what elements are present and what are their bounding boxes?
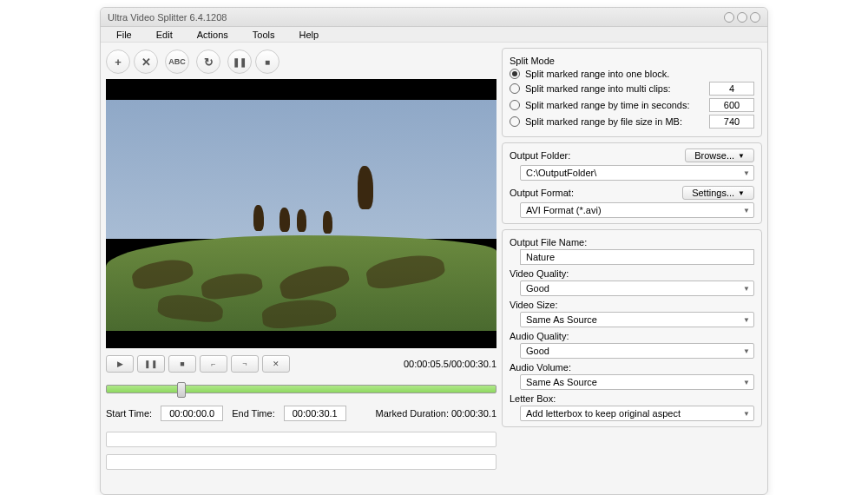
split-one-block-radio[interactable] (510, 69, 520, 79)
output-folder-label: Output Folder: (510, 150, 570, 161)
progress-bar-2 (106, 454, 496, 470)
video-size-combo[interactable]: Same As Source▼ (520, 312, 754, 327)
audio-quality-label: Audio Quality: (510, 331, 754, 341)
chevron-down-icon: ▼ (743, 316, 750, 324)
end-time-input[interactable] (284, 406, 346, 421)
clear-marks-button[interactable]: ✕ (262, 355, 290, 373)
close-button[interactable] (750, 12, 760, 23)
video-quality-combo[interactable]: Good▼ (520, 280, 754, 296)
output-panel: Output Folder: Browse...▼ C:\OutputFolde… (502, 142, 762, 224)
letterbox-label: Letter Box: (510, 393, 754, 404)
refresh-button[interactable]: ↻ (196, 50, 220, 74)
chevron-down-icon: ▼ (738, 189, 745, 197)
settings-panel: Output File Name: Video Quality: Good▼ V… (502, 229, 762, 427)
menu-tools[interactable]: Tools (240, 28, 287, 42)
window-title: Ultra Video Splitter 6.4.1208 (108, 12, 227, 23)
audio-volume-label: Audio Volume: (510, 362, 754, 373)
output-folder-combo[interactable]: C:\OutputFolder\ ▼ (520, 165, 754, 181)
chevron-down-icon: ▼ (743, 285, 750, 293)
play-button[interactable]: ▶ (106, 355, 134, 373)
menu-actions[interactable]: Actions (185, 28, 240, 42)
chevron-down-icon: ▼ (743, 379, 750, 386)
time-row: Start Time: End Time: Marked Duration: 0… (106, 402, 496, 425)
menu-edit[interactable]: Edit (144, 28, 185, 42)
split-multi-clips-label: Split marked range into multi clips: (525, 83, 704, 94)
menu-file[interactable]: File (104, 28, 144, 42)
menu-help[interactable]: Help (286, 28, 331, 42)
browse-button[interactable]: Browse...▼ (685, 148, 754, 162)
mark-out-button[interactable]: ¬ (231, 355, 259, 373)
left-pane: + ✕ ABC ↻ ❚❚ ■ (106, 48, 496, 489)
time-display: 00:00:05.5/00:00:30.1 (404, 359, 496, 369)
audio-quality-combo[interactable]: Good▼ (520, 343, 754, 359)
output-format-combo[interactable]: AVI Format (*.avi) ▼ (520, 202, 754, 218)
split-by-time-radio[interactable] (510, 100, 520, 110)
split-mode-panel: Split Mode Split marked range into one b… (502, 48, 762, 137)
playback-bar: ▶ ❚❚ ■ ⌐ ¬ ✕ 00:00:05.5/00:00:30.1 (106, 352, 496, 376)
progress-bar (106, 432, 496, 447)
split-by-time-label: Split marked range by time in seconds: (525, 100, 704, 110)
split-one-block-label: Split marked range into one block. (525, 69, 754, 79)
stop-job-button[interactable]: ■ (255, 50, 279, 74)
right-pane: Split Mode Split marked range into one b… (502, 48, 762, 489)
titlebar: Ultra Video Splitter 6.4.1208 (101, 8, 767, 27)
start-time-input[interactable] (161, 406, 223, 421)
split-by-size-input[interactable] (709, 115, 754, 129)
file-name-label: Output File Name: (510, 237, 754, 248)
pause-button[interactable]: ❚❚ (137, 355, 165, 373)
chevron-down-icon: ▼ (743, 169, 750, 177)
split-multi-clips-radio[interactable] (510, 83, 520, 94)
start-time-label: Start Time: (106, 408, 152, 419)
add-button[interactable]: + (106, 50, 130, 74)
chevron-down-icon: ▼ (743, 347, 750, 355)
pause-job-button[interactable]: ❚❚ (227, 50, 252, 74)
main-toolbar: + ✕ ABC ↻ ❚❚ ■ (106, 48, 496, 76)
menubar: File Edit Actions Tools Help (101, 27, 767, 43)
marked-duration: Marked Duration: 00:00:30.1 (376, 408, 496, 419)
video-preview[interactable] (106, 79, 496, 348)
minimize-button[interactable] (724, 12, 734, 23)
app-window: Ultra Video Splitter 6.4.1208 File Edit … (100, 7, 768, 495)
maximize-button[interactable] (737, 12, 747, 23)
remove-button[interactable]: ✕ (134, 50, 158, 74)
letterbox-combo[interactable]: Add letterbox to keep original aspect▼ (520, 406, 754, 421)
chevron-down-icon: ▼ (743, 207, 750, 214)
split-by-size-radio[interactable] (510, 116, 520, 127)
split-by-time-input[interactable] (709, 98, 754, 112)
end-time-label: End Time: (232, 408, 275, 419)
split-mode-title: Split Mode (510, 56, 754, 66)
video-size-label: Video Size: (510, 300, 754, 310)
video-quality-label: Video Quality: (510, 268, 754, 279)
position-slider[interactable] (106, 385, 496, 393)
settings-button[interactable]: Settings...▼ (682, 186, 754, 200)
chevron-down-icon: ▼ (738, 152, 745, 160)
slider-thumb[interactable] (177, 382, 186, 398)
abc-button[interactable]: ABC (165, 50, 189, 74)
split-by-size-label: Split marked range by file size in MB: (525, 116, 704, 127)
file-name-input[interactable] (520, 249, 754, 265)
chevron-down-icon: ▼ (743, 410, 750, 418)
audio-volume-combo[interactable]: Same As Source▼ (520, 374, 754, 390)
split-multi-clips-input[interactable] (709, 82, 754, 96)
output-format-label: Output Format: (510, 188, 574, 198)
stop-button[interactable]: ■ (168, 355, 196, 373)
mark-in-button[interactable]: ⌐ (200, 355, 227, 373)
window-controls (724, 12, 760, 23)
